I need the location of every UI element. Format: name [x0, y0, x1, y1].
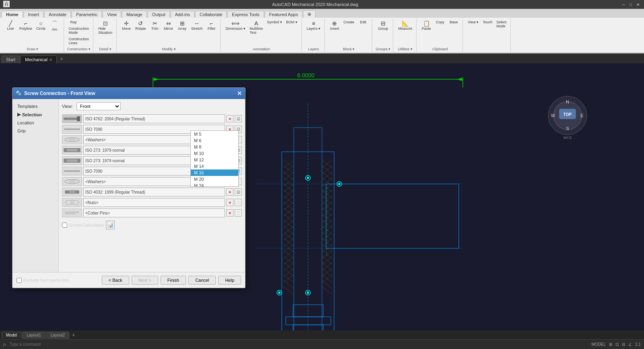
dialog-titlebar[interactable]: 🔩 Screw Connection - Front View ✕ — [12, 88, 245, 99]
btn-construction-mode[interactable]: ConstructionMode — [67, 26, 91, 35]
btn-hide-situation[interactable]: ⊡ HideSituation — [97, 19, 114, 35]
move-icon: ✛ — [124, 20, 129, 27]
btn-mirror[interactable]: ⇔ Mirror — [162, 19, 175, 31]
tab-collaborate[interactable]: Collaborate — [195, 11, 227, 18]
size-m5[interactable]: M 5 — [191, 131, 238, 137]
btn-polyline[interactable]: ⌐ Polyline — [18, 19, 34, 31]
dialog-close-button[interactable]: ✕ — [237, 90, 242, 97]
comp-check-1[interactable]: ☑ — [235, 115, 242, 122]
cancel-button[interactable]: Cancel — [188, 276, 216, 285]
btn-circle[interactable]: ○ Circle — [35, 19, 47, 31]
comp-remove-1[interactable]: ✕ — [226, 115, 233, 122]
btn-select-mode[interactable]: SelectMode — [495, 19, 508, 29]
btn-base[interactable]: Base — [447, 19, 460, 25]
layout-tab-layout2[interactable]: Layout2 — [46, 332, 70, 339]
btn-view[interactable]: View ▾ — [466, 19, 480, 25]
btn-dimension[interactable]: ⟺ Dimension ▾ — [224, 19, 247, 31]
btn-trim[interactable]: ✂ Trim — [149, 19, 161, 31]
sidebar-item-location[interactable]: Location — [14, 119, 57, 127]
size-list[interactable]: M 5 M 6 M 8 M 10 M 12 M 14 M 16 M 20 M 2… — [190, 130, 239, 187]
size-m8[interactable]: M 8 — [191, 144, 238, 150]
back-button[interactable]: < Back — [102, 276, 129, 285]
polar-toggle[interactable]: ∠ — [628, 342, 632, 347]
btn-fillet[interactable]: ⌐ Fillet — [205, 19, 218, 31]
tab-insert[interactable]: Insert — [24, 11, 44, 18]
btn-multiline-text[interactable]: A MultilineText — [248, 19, 264, 35]
layout-tab-add[interactable]: + — [70, 332, 76, 338]
comp-name-1[interactable] — [83, 114, 225, 123]
size-m6[interactable]: M 6 — [191, 137, 238, 144]
btn-create-block[interactable]: Create — [342, 19, 356, 25]
group-draw-label: Draw ▾ — [27, 46, 39, 51]
tab-view[interactable]: View — [103, 11, 121, 18]
btn-stretch[interactable]: ↔ Stretch — [190, 19, 204, 31]
btn-insert-block[interactable]: ⊕ Insert — [328, 19, 341, 31]
sidebar-item-templates[interactable]: Templates — [14, 102, 57, 110]
tab-parametric[interactable]: Parametric — [72, 11, 102, 18]
btn-group[interactable]: ⊟ Group — [376, 19, 390, 31]
btn-line[interactable]: ╱ Line — [4, 19, 17, 31]
comp-check-10[interactable]: ☐ — [235, 209, 242, 217]
comp-remove-10[interactable]: ✕ — [226, 209, 233, 217]
btn-arc[interactable]: ⌒ Arc — [48, 19, 61, 32]
view-select[interactable]: Front Top Side — [76, 102, 121, 110]
next-button[interactable]: Next > — [132, 276, 158, 285]
doc-tab-close-icon[interactable]: ✕ — [49, 58, 52, 62]
layout-tab-layout1[interactable]: Layout1 — [22, 332, 45, 339]
minimize-button[interactable]: ─ — [621, 2, 626, 7]
doc-tab-mechanical[interactable]: Mechanical ✕ — [21, 56, 57, 63]
size-m16[interactable]: M 16 — [191, 169, 238, 176]
btn-symbol[interactable]: Symbol ▾ — [265, 19, 284, 25]
close-button[interactable]: ✕ — [635, 2, 641, 7]
tab-output[interactable]: Output — [148, 11, 170, 18]
layout-tab-model[interactable]: Model — [2, 332, 21, 339]
tab-home[interactable]: Home — [2, 11, 23, 18]
doc-tab-add-button[interactable]: + — [58, 54, 66, 63]
size-m20[interactable]: M 20 — [191, 176, 238, 182]
screw-calc-checkbox[interactable] — [62, 223, 67, 228]
btn-measure[interactable]: 📐 Measure — [396, 19, 414, 31]
tab-annotate[interactable]: Annotate — [44, 11, 71, 18]
btn-copy[interactable]: Copy — [433, 19, 446, 25]
ortho-toggle[interactable]: ⊟ — [622, 342, 625, 347]
tab-addins[interactable]: Add-ins — [171, 11, 194, 18]
finish-button[interactable]: Finish — [161, 276, 186, 285]
size-m24[interactable]: M 24 — [191, 182, 238, 187]
window-title: AutoCAD Mechanical 2020 Mechanical.dwg — [10, 2, 621, 7]
comp-name-8[interactable] — [83, 188, 225, 196]
btn-touch[interactable]: Touch — [481, 19, 494, 25]
snap-toggle[interactable]: ⊡ — [615, 342, 619, 347]
maximize-button[interactable]: □ — [628, 2, 634, 7]
sidebar-item-selection[interactable]: ▶ Selection — [14, 110, 57, 119]
comp-check-9[interactable]: ☐ — [235, 199, 242, 206]
command-input[interactable] — [10, 342, 90, 347]
sidebar-item-grip[interactable]: Grip — [14, 127, 57, 135]
doc-tab-start[interactable]: Start — [2, 56, 20, 63]
btn-construction-lines[interactable]: ConstructionLines — [67, 36, 91, 46]
comp-check-8[interactable]: ☑ — [235, 188, 242, 196]
btn-edit-block[interactable]: Edit — [357, 19, 369, 25]
tab-manage[interactable]: Manage — [122, 11, 147, 18]
btn-move[interactable]: ✛ Move — [120, 19, 133, 31]
tab-extra[interactable]: ⊕ — [303, 10, 316, 18]
screw-calc-icon-btn[interactable]: 📊 — [106, 221, 115, 229]
comp-name-9[interactable] — [83, 198, 225, 207]
exclude-checkbox[interactable] — [17, 278, 22, 283]
size-m14[interactable]: M 14 — [191, 163, 238, 169]
comp-remove-9[interactable]: ✕ — [226, 199, 233, 206]
comp-remove-8[interactable]: ✕ — [226, 188, 233, 196]
help-button[interactable]: Help — [218, 276, 241, 285]
tab-featured-apps[interactable]: Featured Apps — [265, 11, 303, 18]
btn-array[interactable]: ⊞ Array — [176, 19, 189, 31]
grid-toggle[interactable]: ⊞ — [609, 342, 612, 347]
comp-name-10[interactable] — [83, 209, 225, 217]
size-m12[interactable]: M 12 — [191, 157, 238, 163]
btn-bom[interactable]: BOM ▾ — [285, 19, 299, 25]
view-label: View: — [62, 104, 74, 109]
size-m10[interactable]: M 10 — [191, 150, 238, 157]
btn-paste[interactable]: 📋 Paste — [420, 19, 433, 31]
btn-layers[interactable]: ≡ Layers ▾ — [305, 19, 322, 31]
btn-rotate[interactable]: ↺ Rotate — [134, 19, 148, 31]
btn-ray[interactable]: Ray — [67, 19, 80, 25]
tab-express-tools[interactable]: Express Tools — [227, 11, 264, 18]
